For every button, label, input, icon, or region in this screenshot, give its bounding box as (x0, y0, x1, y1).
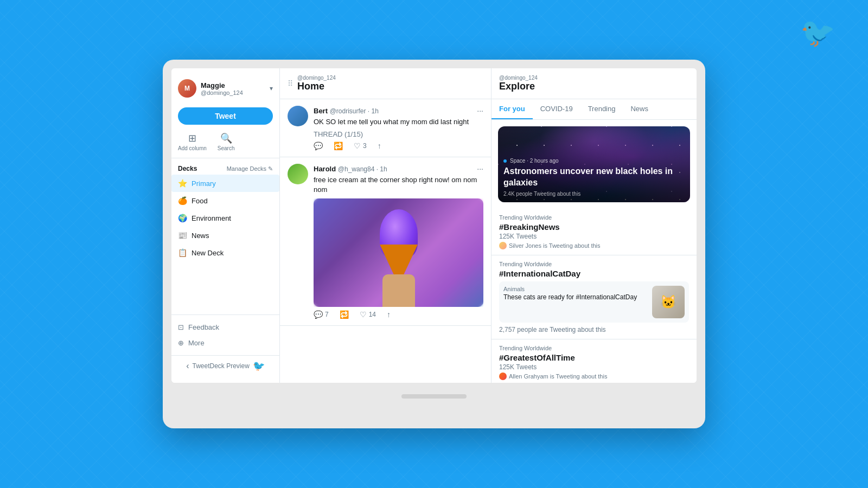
tab-covid19[interactable]: COVID-19 (533, 99, 580, 119)
trending-count-greatest: 125K Tweets (499, 363, 689, 371)
user-handle: @domingo_124 (201, 89, 265, 96)
tweet-author: Bert (314, 107, 330, 115)
environment-icon: 🌍 (178, 214, 187, 222)
like-count-harold: 14 (369, 311, 376, 318)
cat-context-card: Animals These cats are ready for #Intern… (499, 281, 689, 323)
trending-greatest[interactable]: Trending Worldwide #GreatestOfAllTime 12… (492, 339, 697, 383)
more-icon: ⊕ (178, 339, 184, 347)
harold-reply-action[interactable]: 💬 7 (314, 310, 329, 319)
sidebar-item-news[interactable]: 📰 News (171, 227, 279, 244)
add-column-icon: ⊞ (188, 132, 196, 144)
harold-avatar (288, 164, 308, 184)
tab-for-you[interactable]: For you (492, 99, 533, 119)
sidebar-item-environment[interactable]: 🌍 Environment (171, 209, 279, 227)
share-icon: ↑ (387, 310, 391, 319)
tab-news[interactable]: News (623, 99, 656, 119)
deck-label-new-deck: New Deck (192, 249, 224, 257)
explore-username: @domingo_124 (499, 75, 689, 81)
user-avatar-tiny-greatest (499, 373, 507, 380)
heart-icon: ♡ (360, 310, 367, 319)
twitter-logo-bg: 🐦 (800, 16, 835, 49)
drag-handle-icon[interactable]: ⠿ (288, 79, 293, 88)
retweet-action[interactable]: 🔁 (334, 142, 343, 150)
tweet-handle-harold: @h_wang84 · 1h (338, 165, 387, 173)
star-icon: ⭐ (178, 179, 187, 188)
trending-label-cat: Trending Worldwide (499, 261, 689, 267)
user-avatar-tiny (499, 242, 507, 249)
hand-visual (382, 274, 415, 307)
cat-count: 2,757 people are Tweeting about this (499, 326, 689, 333)
like-action[interactable]: ♡ 3 (354, 142, 367, 150)
home-column-username: @domingo_124 (297, 75, 336, 81)
decks-header: Decks Manage Decks ✎ (171, 163, 279, 175)
sidebar-user[interactable]: M Maggie @domingo_124 ▾ (171, 75, 279, 102)
feedback-label: Feedback (188, 323, 219, 331)
sidebar-item-food[interactable]: 🍊 Food (171, 192, 279, 209)
tweet-more-icon[interactable]: ··· (477, 106, 483, 115)
home-column: ⠿ @domingo_124 Home Bert (280, 68, 492, 383)
tweet-actions: 💬 🔁 ♡ 3 ↑ (314, 142, 483, 150)
harold-like-action[interactable]: ♡ 14 (360, 310, 376, 319)
search-icon: 🔍 (220, 132, 232, 144)
trending-count: 125K Tweets (499, 233, 689, 240)
decks-title: Decks (178, 165, 197, 172)
search-action[interactable]: 🔍 Search (218, 132, 235, 151)
news-card-count: 2.4K people Tweeting about this (503, 191, 685, 197)
feedback-item[interactable]: ⊡ Feedback (171, 319, 279, 335)
tweet-button[interactable]: Tweet (178, 107, 273, 125)
trending-user-label-greatest: Allen Grahyam is Tweeting about this (509, 373, 607, 380)
news-icon: 📰 (178, 231, 187, 240)
tweetdeck-footer: ‹ TweetDeck Preview 🐦 (171, 355, 279, 376)
reply-count: 7 (325, 311, 329, 318)
sidebar-actions: ⊞ Add column 🔍 Search (171, 130, 279, 153)
sidebar-bottom: ⊡ Feedback ⊕ More (171, 314, 279, 355)
harold-retweet-action[interactable]: 🔁 (340, 310, 349, 319)
manage-decks-button[interactable]: Manage Decks ✎ (227, 165, 273, 172)
tweet-thread: THREAD (1/15) (314, 130, 483, 138)
share-icon: ↑ (378, 142, 381, 150)
tweet-image (314, 198, 483, 307)
search-label: Search (218, 145, 235, 151)
reply-action[interactable]: 💬 (314, 142, 323, 150)
tweet-handle: @rodrisurfer · 1h (330, 107, 379, 115)
twitter-bird-icon: 🐦 (253, 360, 265, 372)
add-column-label: Add column (178, 145, 207, 151)
tweet-author-harold: Harold (314, 165, 338, 173)
divider (171, 158, 279, 158)
deck-label-food: Food (192, 197, 208, 205)
trending-label-greatest: Trending Worldwide (499, 345, 689, 351)
chevron-down-icon[interactable]: ▾ (270, 85, 273, 92)
tweet-text-harold: free ice cream at the corner shop right … (314, 175, 483, 195)
like-count: 3 (363, 142, 367, 150)
explore-column: @domingo_124 Explore For you COVID-19 Tr… (492, 68, 697, 383)
more-item[interactable]: ⊕ More (171, 335, 279, 351)
feedback-icon: ⊡ (178, 323, 184, 331)
trending-user-label: Silver Jones is Tweeting about this (509, 242, 601, 249)
trending-label: Trending Worldwide (499, 214, 689, 221)
tab-trending[interactable]: Trending (580, 99, 623, 119)
add-column-action[interactable]: ⊞ Add column (178, 132, 207, 151)
manage-decks-label: Manage Decks (227, 165, 266, 172)
heart-icon: ♡ (354, 142, 361, 150)
sidebar-item-primary[interactable]: ⭐ Primary (171, 175, 279, 192)
footer-text: TweetDeck Preview (192, 362, 249, 370)
share-action[interactable]: ↑ (378, 142, 381, 150)
explore-tabs: For you COVID-19 Trending News (492, 99, 697, 120)
sidebar-item-new-deck[interactable]: 📋 New Deck (171, 244, 279, 261)
harold-tweet-actions: 💬 7 🔁 ♡ 14 (314, 310, 483, 319)
tweets-list: Bert @rodrisurfer · 1h ··· OK SO let me … (280, 99, 491, 383)
tweet-text: OK SO let me tell you what my mom did la… (314, 117, 483, 127)
harold-share-action[interactable]: ↑ (387, 310, 391, 319)
more-label: More (188, 339, 205, 347)
avatar: M (178, 79, 196, 98)
explore-title: Explore (499, 81, 689, 92)
news-featured-card[interactable]: Space · 2 hours ago Astronomers uncover … (498, 126, 690, 202)
trending-hashtag-greatest: #GreatestOfAllTime (499, 353, 689, 362)
bert-avatar (288, 106, 308, 126)
trending-cat-day[interactable]: Trending Worldwide #InternationalCatDay … (492, 255, 697, 339)
back-icon[interactable]: ‹ (186, 361, 189, 371)
trending-breaking-news[interactable]: Trending Worldwide #BreakingNews 125K Tw… (492, 209, 697, 255)
laptop-frame: M Maggie @domingo_124 ▾ Tweet ⊞ Add colu… (163, 60, 705, 428)
explore-header: @domingo_124 Explore (492, 68, 697, 99)
tweet-more-harold-icon[interactable]: ··· (477, 164, 483, 173)
